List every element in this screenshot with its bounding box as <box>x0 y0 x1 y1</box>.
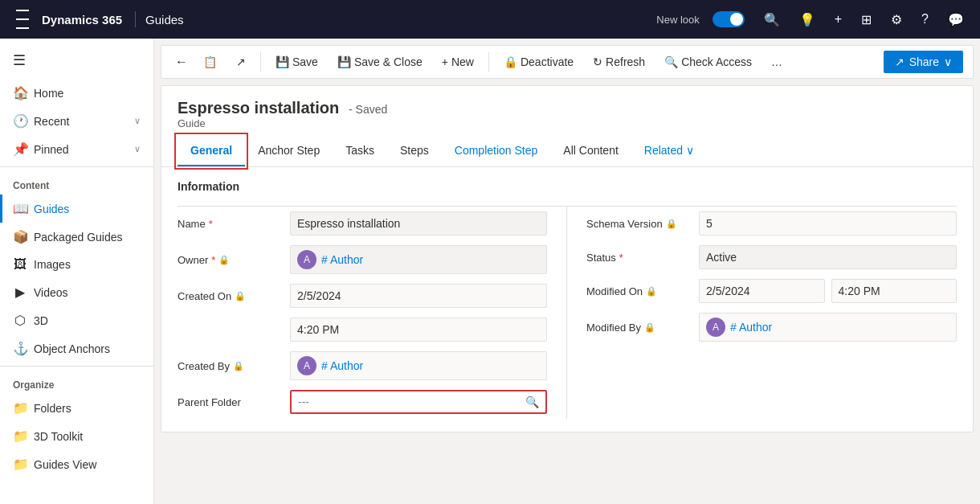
help-icon[interactable]: ? <box>915 12 935 27</box>
tab-steps[interactable]: Steps <box>387 136 442 166</box>
grid-view-button[interactable]: ↗ <box>228 51 254 72</box>
sidebar-item-guides-view[interactable]: 📁 Guides View <box>0 450 153 478</box>
created-by-label: Created By 🔒 <box>178 360 290 372</box>
sidebar-item-3d[interactable]: ⬡ 3D <box>0 306 153 334</box>
status-label: Status * <box>586 252 699 264</box>
check-access-label: Check Access <box>681 55 752 68</box>
form-section: Information Name * Espresso installation <box>161 167 973 432</box>
sidebar-hamburger[interactable]: ☰ <box>0 45 153 76</box>
save-button[interactable]: 💾 Save <box>267 51 326 72</box>
packaged-guides-icon: 📦 <box>13 229 27 244</box>
name-field[interactable]: Espresso installation <box>290 211 547 236</box>
deactivate-button[interactable]: 🔒 Deactivate <box>496 51 582 72</box>
sidebar-item-folders[interactable]: 📁 Folders <box>0 394 153 422</box>
parent-folder-row: Parent Folder --- 🔍 <box>178 385 547 419</box>
cmd-separator-1 <box>260 52 261 72</box>
back-button[interactable]: ← <box>171 51 192 73</box>
owner-link[interactable]: # Author <box>321 253 363 266</box>
save-close-icon: 💾 <box>337 55 351 68</box>
tab-related[interactable]: Related ∨ <box>631 136 707 166</box>
record-saved-status: - Saved <box>349 103 387 116</box>
modified-on-row: Modified On 🔒 2/5/2024 4:20 PM <box>586 274 957 308</box>
more-button[interactable]: … <box>763 51 790 72</box>
tab-all-content[interactable]: All Content <box>550 136 631 166</box>
deactivate-label: Deactivate <box>521 55 574 68</box>
modified-on-time-field: 4:20 PM <box>831 279 958 303</box>
schema-version-row: Schema Version 🔒 5 <box>586 207 957 240</box>
owner-row: Owner * 🔒 A # Author <box>178 240 547 279</box>
sidebar-item-label: Object Anchors <box>34 342 110 355</box>
sidebar-item-3d-toolkit[interactable]: 📁 3D Toolkit <box>0 422 153 450</box>
tab-completion-step[interactable]: Completion Step <box>442 136 551 166</box>
schema-version-field: 5 <box>699 211 957 236</box>
parent-folder-label: Parent Folder <box>178 396 290 408</box>
filter-icon[interactable]: ⊞ <box>855 12 878 27</box>
created-by-link[interactable]: # Author <box>321 359 363 372</box>
sidebar-item-home[interactable]: 🏠 Home <box>0 79 153 107</box>
sidebar-item-object-anchors[interactable]: ⚓ Object Anchors <box>0 334 153 363</box>
sidebar-divider <box>0 166 153 167</box>
tab-tasks[interactable]: Tasks <box>333 136 387 166</box>
toolkit-icon: 📁 <box>13 428 27 444</box>
save-close-label: Save & Close <box>354 55 423 68</box>
sidebar-item-videos[interactable]: ▶ Videos <box>0 278 153 306</box>
app-grid-button[interactable] <box>10 6 35 32</box>
owner-lock-icon: 🔒 <box>218 255 230 265</box>
sidebar-item-label: Guides View <box>34 458 96 471</box>
chat-icon[interactable]: 💬 <box>941 12 970 27</box>
created-on-date-field: 2/5/2024 <box>290 284 547 308</box>
tabs-bar: General Anchor Step Tasks Steps Completi… <box>161 136 973 167</box>
command-bar: ← 📋 ↗ 💾 Save 💾 Save & Close + New <box>161 45 974 79</box>
idea-icon[interactable]: 💡 <box>793 12 822 27</box>
parent-folder-field[interactable]: --- 🔍 <box>290 390 547 414</box>
check-access-icon: 🔍 <box>664 55 678 68</box>
created-by-field: A # Author <box>290 351 547 380</box>
sidebar-item-pinned[interactable]: 📌 Pinned ∨ <box>0 135 153 163</box>
modified-by-lock-icon: 🔒 <box>644 322 655 333</box>
status-required: * <box>619 252 623 264</box>
parent-folder-search-icon[interactable]: 🔍 <box>525 395 539 408</box>
modified-by-label: Modified By 🔒 <box>586 322 699 334</box>
created-on-row: Created On 🔒 2/5/2024 <box>178 279 547 313</box>
sidebar-item-guides[interactable]: 📖 Guides <box>0 195 153 223</box>
record-header: Espresso installation - Saved Guide <box>161 86 973 136</box>
images-icon: 🖼 <box>13 257 27 272</box>
form-view-button[interactable]: 📋 <box>195 51 225 72</box>
refresh-button[interactable]: ↻ Refresh <box>585 51 653 72</box>
guides-icon: 📖 <box>13 201 27 216</box>
add-icon[interactable]: + <box>828 12 848 27</box>
3d-icon: ⬡ <box>13 313 27 328</box>
sidebar-section-content: Content <box>0 170 153 195</box>
status-row: Status * Active <box>586 240 957 274</box>
expand-icon: ∨ <box>134 144 141 154</box>
refresh-label: Refresh <box>606 55 645 68</box>
save-close-button[interactable]: 💾 Save & Close <box>329 51 431 72</box>
parent-folder-placeholder: --- <box>298 395 309 408</box>
sidebar-item-images[interactable]: 🖼 Images <box>0 251 153 278</box>
tab-general[interactable]: General <box>178 136 245 166</box>
sidebar-divider-2 <box>0 366 153 367</box>
record-type: Guide <box>178 117 957 129</box>
share-button[interactable]: ↗ Share ∨ <box>884 51 963 73</box>
owner-field[interactable]: A # Author <box>290 245 547 274</box>
search-icon[interactable]: 🔍 <box>757 12 786 27</box>
sidebar-item-label: Pinned <box>34 143 69 156</box>
app-name: Guides <box>145 13 184 27</box>
sidebar-item-recent[interactable]: 🕐 Recent ∨ <box>0 107 153 135</box>
settings-icon[interactable]: ⚙ <box>884 12 909 27</box>
owner-label: Owner * 🔒 <box>178 254 290 266</box>
new-button[interactable]: + New <box>434 51 482 72</box>
sidebar: ☰ 🏠 Home 🕐 Recent ∨ 📌 Pinned ∨ Content 📖… <box>0 39 154 504</box>
created-on-time-row: 4:20 PM <box>178 313 547 346</box>
sidebar-item-packaged-guides[interactable]: 📦 Packaged Guides <box>0 223 153 251</box>
modified-by-field: A # Author <box>699 313 957 342</box>
check-access-button[interactable]: 🔍 Check Access <box>656 51 760 72</box>
tab-anchor-step[interactable]: Anchor Step <box>245 136 333 166</box>
layout: ☰ 🏠 Home 🕐 Recent ∨ 📌 Pinned ∨ Content 📖… <box>0 39 980 504</box>
modified-by-avatar: A <box>706 318 725 337</box>
new-look-toggle[interactable] <box>713 11 745 27</box>
modified-by-link[interactable]: # Author <box>730 321 772 334</box>
top-nav: Dynamics 365 Guides New look 🔍 💡 + ⊞ ⚙ ?… <box>0 0 980 39</box>
status-field[interactable]: Active <box>699 245 957 269</box>
form-view-icon: 📋 <box>203 55 217 68</box>
